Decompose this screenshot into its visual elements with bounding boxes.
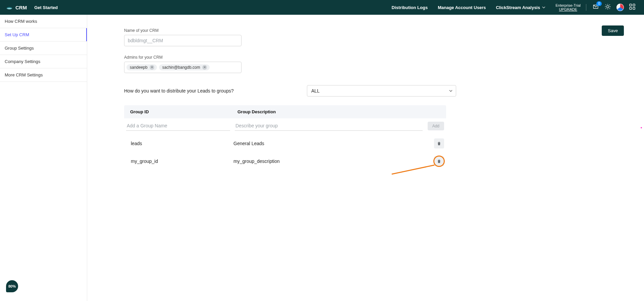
sidebar-item-more-crm-settings[interactable]: More CRM Settings bbox=[0, 68, 87, 82]
table-header: Group ID Group Description bbox=[124, 105, 446, 118]
divider bbox=[586, 4, 586, 11]
group-id-input[interactable] bbox=[126, 121, 230, 131]
page: How CRM works Set Up CRM Group Settings … bbox=[0, 15, 644, 301]
content: Save Name of your CRM Admins for your CR… bbox=[87, 15, 644, 301]
trial-box: Enterprise-Trial UPGRADE bbox=[555, 3, 581, 11]
save-button[interactable]: Save bbox=[602, 25, 624, 36]
notifications-badge: 0 bbox=[596, 1, 602, 6]
settings-button[interactable] bbox=[604, 3, 611, 11]
trial-plan: Enterprise-Trial bbox=[555, 3, 581, 7]
table-input-row: Add bbox=[124, 118, 446, 134]
delete-group-button[interactable] bbox=[434, 138, 444, 148]
progress-value: 80% bbox=[8, 284, 16, 288]
sidebar-item-set-up-crm[interactable]: Set Up CRM bbox=[0, 28, 87, 42]
apps-grid-icon bbox=[629, 4, 635, 10]
table-row: leads General Leads bbox=[124, 134, 446, 152]
sidebar-item-label: More CRM Settings bbox=[5, 72, 43, 77]
nav-manage-users[interactable]: Manage Account Users bbox=[438, 5, 486, 10]
nav-clickstream[interactable]: ClickStream Analysis bbox=[496, 5, 545, 10]
decorative-dot bbox=[641, 127, 642, 128]
nav-links: Distribution Logs Manage Account Users C… bbox=[392, 5, 546, 10]
sidebar-item-label: Set Up CRM bbox=[5, 32, 29, 37]
admin-chip: sandeepb ✕ bbox=[126, 64, 157, 70]
progress-bubble[interactable]: 80% bbox=[6, 280, 18, 292]
svg-rect-0 bbox=[630, 4, 632, 6]
crm-name-block: Name of your CRM bbox=[124, 28, 624, 46]
gear-icon bbox=[604, 3, 611, 10]
admin-chip-label: sachin@bangdb.com bbox=[162, 65, 200, 70]
sidebar-item-group-settings[interactable]: Group Settings bbox=[0, 42, 87, 55]
cell-group-desc: General Leads bbox=[233, 141, 434, 146]
chevron-down-icon bbox=[449, 89, 452, 93]
distribute-select-value: ALL bbox=[311, 88, 320, 94]
admin-chip-label: sandeepb bbox=[130, 65, 148, 70]
crm-admins-block: Admins for your CRM sandeepb ✕ sachin@ba… bbox=[124, 55, 624, 73]
group-desc-input[interactable] bbox=[235, 121, 423, 131]
svg-rect-3 bbox=[633, 7, 635, 9]
crm-name-input[interactable] bbox=[124, 35, 241, 46]
chevron-down-icon bbox=[542, 6, 545, 9]
crm-admins-label: Admins for your CRM bbox=[124, 55, 624, 60]
brand-name: CRM bbox=[15, 5, 27, 10]
distribute-select[interactable]: ALL bbox=[307, 85, 456, 97]
delete-group-button[interactable] bbox=[434, 156, 444, 166]
table-row: my_group_id my_group_description bbox=[124, 152, 446, 169]
col-group-desc: Group Description bbox=[237, 109, 420, 114]
admin-chip: sachin@bangdb.com ✕ bbox=[159, 64, 210, 70]
svg-rect-1 bbox=[633, 4, 635, 6]
distribute-row: How do you want to distribute your Leads… bbox=[124, 85, 456, 97]
nav-distribution-logs[interactable]: Distribution Logs bbox=[392, 5, 428, 10]
sidebar-item-company-settings[interactable]: Company Settings bbox=[0, 55, 87, 68]
apps-button[interactable] bbox=[629, 4, 635, 11]
remove-chip-icon[interactable]: ✕ bbox=[202, 65, 207, 70]
svg-rect-2 bbox=[630, 7, 632, 9]
avatar[interactable] bbox=[616, 4, 624, 11]
cell-group-id: leads bbox=[126, 141, 233, 146]
crm-name-label: Name of your CRM bbox=[124, 28, 624, 33]
topbar: CRM Get Started Distribution Logs Manage… bbox=[0, 0, 644, 15]
remove-chip-icon[interactable]: ✕ bbox=[150, 65, 154, 70]
trash-icon bbox=[437, 141, 441, 146]
sidebar-item-how-crm-works[interactable]: How CRM works bbox=[0, 15, 87, 28]
nav-clickstream-label: ClickStream Analysis bbox=[496, 5, 540, 10]
get-started-link[interactable]: Get Started bbox=[34, 5, 58, 10]
sidebar-item-label: Company Settings bbox=[5, 59, 40, 64]
col-actions bbox=[420, 109, 440, 114]
distribute-question: How do you want to distribute your Leads… bbox=[124, 88, 234, 94]
sidebar: How CRM works Set Up CRM Group Settings … bbox=[0, 15, 87, 301]
notifications-button[interactable]: 0 bbox=[592, 3, 599, 11]
trash-icon bbox=[437, 159, 441, 164]
cell-group-id: my_group_id bbox=[126, 159, 233, 164]
sidebar-item-label: How CRM works bbox=[5, 19, 37, 24]
sidebar-item-label: Group Settings bbox=[5, 46, 34, 51]
brand: CRM bbox=[6, 5, 27, 10]
crm-admins-input[interactable]: sandeepb ✕ sachin@bangdb.com ✕ bbox=[124, 62, 241, 73]
brand-logo-icon bbox=[6, 5, 13, 10]
add-group-button[interactable]: Add bbox=[428, 122, 444, 130]
col-group-id: Group ID bbox=[130, 109, 237, 114]
upgrade-link[interactable]: UPGRADE bbox=[555, 7, 581, 11]
groups-table: Group ID Group Description Add leads Gen… bbox=[124, 105, 446, 169]
cell-group-desc: my_group_description bbox=[233, 159, 434, 164]
